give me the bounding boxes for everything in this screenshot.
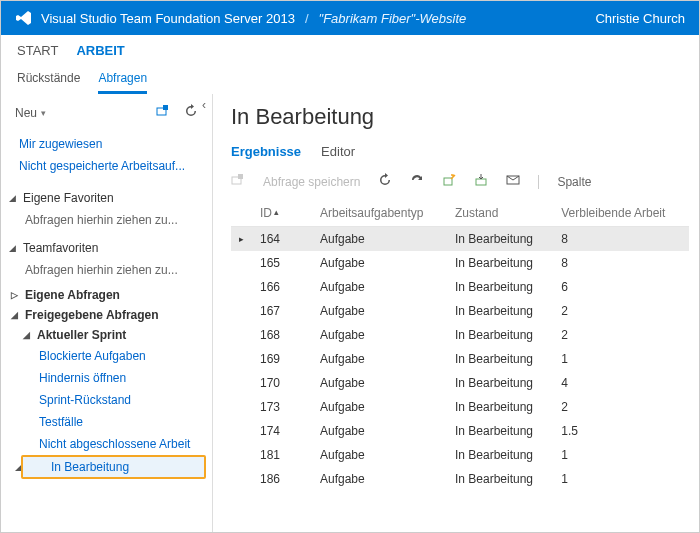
nav-start[interactable]: START	[17, 43, 58, 64]
cell-id: 167	[252, 299, 312, 323]
cell-type: Aufgabe	[312, 419, 447, 443]
cell-remaining: 8	[553, 227, 689, 252]
cell-state: In Bearbeitung	[447, 419, 553, 443]
quick-links: Mir zugewiesen Nicht gespeicherte Arbeit…	[5, 131, 208, 185]
cell-id: 166	[252, 275, 312, 299]
refresh-icon[interactable]	[184, 104, 198, 121]
new-folder-icon[interactable]	[156, 104, 170, 121]
row-caret-icon	[231, 299, 252, 323]
col-type[interactable]: Arbeitsaufgabentyp	[312, 200, 447, 227]
cell-state: In Bearbeitung	[447, 467, 553, 491]
table-row[interactable]: 167AufgabeIn Bearbeitung2	[231, 299, 689, 323]
cell-remaining: 8	[553, 251, 689, 275]
cell-remaining: 2	[553, 299, 689, 323]
svg-rect-3	[238, 174, 243, 179]
collapse-sidebar-icon[interactable]: ‹	[202, 98, 206, 112]
cell-type: Aufgabe	[312, 227, 447, 252]
cell-type: Aufgabe	[312, 251, 447, 275]
leaf-test-cases[interactable]: Testfälle	[9, 411, 208, 433]
user-name[interactable]: Christie Church	[595, 11, 685, 26]
section-label: Eigene Favoriten	[23, 191, 114, 205]
table-row[interactable]: 181AufgabeIn Bearbeitung1	[231, 443, 689, 467]
cell-remaining: 1	[553, 443, 689, 467]
product-title: Visual Studio Team Foundation Server 201…	[41, 11, 295, 26]
leaf-in-progress[interactable]: In Bearbeitung	[21, 455, 206, 479]
cell-id: 181	[252, 443, 312, 467]
row-caret-icon	[231, 467, 252, 491]
project-title[interactable]: "Fabrikam Fiber"-Website	[319, 11, 467, 26]
cell-remaining: 1	[553, 347, 689, 371]
cell-state: In Bearbeitung	[447, 395, 553, 419]
new-linked-item-icon[interactable]	[442, 173, 456, 190]
leaf-sprint-backlog[interactable]: Sprint-Rückstand	[9, 389, 208, 411]
table-row[interactable]: 174AufgabeIn Bearbeitung1.5	[231, 419, 689, 443]
cell-state: In Bearbeitung	[447, 251, 553, 275]
table-row[interactable]: 165AufgabeIn Bearbeitung8	[231, 251, 689, 275]
cell-type: Aufgabe	[312, 323, 447, 347]
leaf-open-impediment[interactable]: Hindernis öffnen	[9, 367, 208, 389]
link-unsaved-work-items[interactable]: Nicht gespeicherte Arbeitsauf...	[19, 155, 208, 177]
cell-type: Aufgabe	[312, 347, 447, 371]
svg-rect-1	[163, 105, 168, 110]
column-options-button[interactable]: Spalte	[557, 175, 591, 189]
cell-state: In Bearbeitung	[447, 443, 553, 467]
subnav-queries[interactable]: Abfragen	[98, 71, 147, 94]
cell-id: 170	[252, 371, 312, 395]
cell-type: Aufgabe	[312, 443, 447, 467]
cell-id: 173	[252, 395, 312, 419]
chevron-down-icon: ◢	[9, 462, 19, 472]
section-team-favorites[interactable]: ◢ Teamfavoriten	[5, 235, 208, 259]
tree-shared-queries[interactable]: ◢ Freigegebene Abfragen	[9, 305, 208, 325]
subnav-backlogs[interactable]: Rückstände	[17, 71, 80, 94]
tab-editor[interactable]: Editor	[321, 144, 355, 161]
nav-arbeit[interactable]: ARBEIT	[76, 43, 124, 64]
table-row[interactable]: 170AufgabeIn Bearbeitung4	[231, 371, 689, 395]
table-row[interactable]: 168AufgabeIn Bearbeitung2	[231, 323, 689, 347]
table-row[interactable]: 186AufgabeIn Bearbeitung1	[231, 467, 689, 491]
vs-logo-icon	[15, 9, 33, 27]
sidebar-toolbar: Neu ▾	[5, 100, 208, 131]
cell-remaining: 6	[553, 275, 689, 299]
cell-state: In Bearbeitung	[447, 299, 553, 323]
col-remaining[interactable]: Verbleibende Arbeit	[553, 200, 689, 227]
leaf-unfinished-work[interactable]: Nicht abgeschlossene Arbeit	[9, 433, 208, 455]
new-button[interactable]: Neu ▾	[15, 106, 46, 120]
tree-own-queries[interactable]: ▷ Eigene Abfragen	[9, 285, 208, 305]
tab-results[interactable]: Ergebnisse	[231, 144, 301, 161]
table-row[interactable]: 169AufgabeIn Bearbeitung1	[231, 347, 689, 371]
node-label: Freigegebene Abfragen	[25, 308, 159, 322]
export-icon[interactable]	[474, 173, 488, 190]
toolbar-divider	[538, 175, 539, 189]
cell-state: In Bearbeitung	[447, 275, 553, 299]
table-row[interactable]: ▸164AufgabeIn Bearbeitung8	[231, 227, 689, 252]
row-caret-icon	[231, 251, 252, 275]
own-favorites-hint: Abfragen hierhin ziehen zu...	[5, 209, 208, 235]
cell-remaining: 2	[553, 395, 689, 419]
run-icon[interactable]	[410, 173, 424, 190]
col-id[interactable]: ID	[252, 200, 312, 227]
table-row[interactable]: 166AufgabeIn Bearbeitung6	[231, 275, 689, 299]
cell-state: In Bearbeitung	[447, 323, 553, 347]
link-assigned-to-me[interactable]: Mir zugewiesen	[19, 133, 208, 155]
breadcrumb-separator: /	[305, 11, 309, 26]
tree-current-sprint[interactable]: ◢ Aktueller Sprint	[9, 325, 208, 345]
col-state[interactable]: Zustand	[447, 200, 553, 227]
node-label: Eigene Abfragen	[25, 288, 120, 302]
results-table: ID Arbeitsaufgabentyp Zustand Verbleiben…	[231, 200, 689, 491]
cell-id: 168	[252, 323, 312, 347]
sidebar: ‹ Neu ▾ Mir zugewiesen Nicht gespeichert…	[1, 94, 213, 533]
chevron-down-icon: ◢	[23, 330, 33, 340]
svg-rect-4	[444, 178, 452, 185]
table-row[interactable]: 173AufgabeIn Bearbeitung2	[231, 395, 689, 419]
query-tree: ▷ Eigene Abfragen ◢ Freigegebene Abfrage…	[5, 285, 208, 479]
refresh-icon[interactable]	[378, 173, 392, 190]
section-own-favorites[interactable]: ◢ Eigene Favoriten	[5, 185, 208, 209]
email-icon[interactable]	[506, 173, 520, 190]
team-favorites-hint: Abfragen hierhin ziehen zu...	[5, 259, 208, 285]
results-toolbar: Abfrage speichern Spalte	[231, 173, 689, 190]
cell-remaining: 1	[553, 467, 689, 491]
cell-remaining: 4	[553, 371, 689, 395]
row-caret-icon	[231, 371, 252, 395]
leaf-blocked-tasks[interactable]: Blockierte Aufgaben	[9, 345, 208, 367]
node-label: Aktueller Sprint	[37, 328, 126, 342]
